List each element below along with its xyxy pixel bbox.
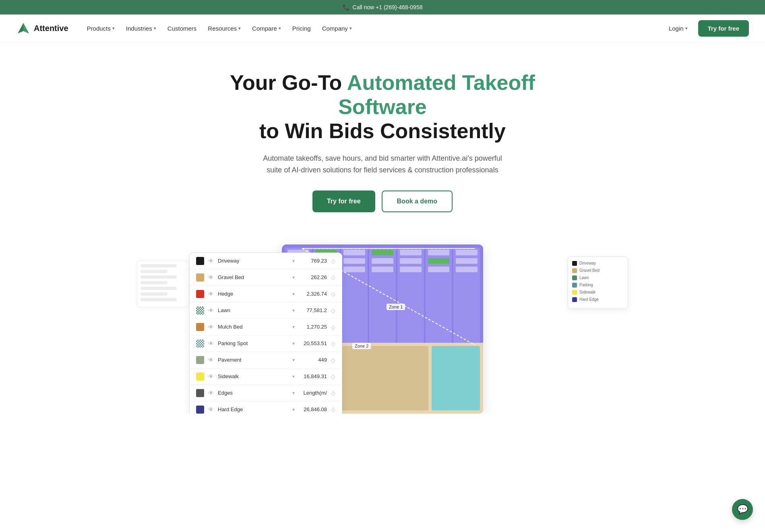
table-row: 👁 Edges ▾ Length(m/ ◇ bbox=[190, 385, 342, 402]
color-swatch bbox=[196, 373, 204, 381]
table-row: 👁 Sidewalk ▾ 16,849.31 ◇ bbox=[190, 368, 342, 385]
row-arrow-icon: ▾ bbox=[292, 407, 295, 412]
dashboard-preview: 👁 Driveway ▾ 769.23 ◇ 👁 Gravel Bed ▾ 262… bbox=[0, 232, 765, 414]
color-swatch bbox=[196, 339, 204, 348]
eye-icon[interactable]: 👁 bbox=[208, 373, 214, 380]
book-demo-button[interactable]: Book a demo bbox=[382, 190, 453, 212]
row-settings-icon[interactable]: ◇ bbox=[331, 390, 335, 396]
eye-icon[interactable]: 👁 bbox=[208, 258, 214, 264]
row-arrow-icon: ▾ bbox=[292, 341, 295, 346]
row-value: 20,553.51 bbox=[299, 340, 327, 346]
row-value: 16,849.31 bbox=[299, 373, 327, 379]
row-value: 449 bbox=[299, 357, 327, 363]
takeoff-panel: 👁 Driveway ▾ 769.23 ◇ 👁 Gravel Bed ▾ 262… bbox=[189, 253, 342, 414]
nav-industries[interactable]: Industries ▾ bbox=[121, 22, 161, 35]
row-settings-icon[interactable]: ◇ bbox=[331, 258, 335, 264]
mini-swatch bbox=[572, 290, 577, 295]
row-settings-icon[interactable]: ◇ bbox=[331, 291, 335, 297]
eye-icon[interactable]: 👁 bbox=[208, 274, 214, 281]
list-item: Hard Edge bbox=[572, 297, 624, 302]
list-item: Gravel Bed bbox=[572, 268, 624, 273]
row-name: Hard Edge bbox=[218, 406, 288, 412]
row-name: Gravel Bed bbox=[218, 274, 288, 280]
login-button[interactable]: Login ▾ bbox=[662, 22, 694, 35]
nav: Products ▾ Industries ▾ Customers Resour… bbox=[82, 22, 658, 35]
top-bar: 📞 Call now +1 (269)-468-0958 bbox=[0, 0, 765, 14]
header: Attentive Products ▾ Industries ▾ Custom… bbox=[0, 14, 765, 43]
row-name: Pavement bbox=[218, 357, 288, 363]
row-settings-icon[interactable]: ◇ bbox=[331, 307, 335, 314]
row-settings-icon[interactable]: ◇ bbox=[331, 357, 335, 363]
color-swatch bbox=[196, 257, 204, 265]
chevron-down-icon: ▾ bbox=[685, 26, 688, 31]
color-swatch bbox=[196, 290, 204, 298]
row-arrow-icon: ▾ bbox=[292, 324, 295, 330]
row-value: 2,326.74 bbox=[299, 291, 327, 297]
nav-pricing[interactable]: Pricing bbox=[287, 22, 316, 35]
row-settings-icon[interactable]: ◇ bbox=[331, 274, 335, 281]
list-item: Driveway bbox=[572, 261, 624, 266]
row-arrow-icon: ▾ bbox=[292, 357, 295, 363]
table-row: 👁 Pavement ▾ 449 ◇ bbox=[190, 352, 342, 368]
row-arrow-icon: ▾ bbox=[292, 291, 295, 297]
eye-icon[interactable]: 👁 bbox=[208, 291, 214, 297]
row-name: Driveway bbox=[218, 258, 288, 264]
mini-label: Parking bbox=[579, 283, 593, 287]
row-settings-icon[interactable]: ◇ bbox=[331, 324, 335, 330]
color-swatch bbox=[196, 306, 204, 315]
row-value: 26,846.08 bbox=[299, 406, 327, 412]
row-arrow-icon: ▾ bbox=[292, 308, 295, 313]
nav-company[interactable]: Company ▾ bbox=[317, 22, 357, 35]
row-name: Hedge bbox=[218, 291, 288, 297]
try-free-header-button[interactable]: Try for free bbox=[698, 20, 749, 37]
row-name: Sidewalk bbox=[218, 373, 288, 379]
row-name: Edges bbox=[218, 390, 288, 396]
eye-icon[interactable]: 👁 bbox=[208, 324, 214, 330]
topbar-text: Call now +1 (269)-468-0958 bbox=[353, 4, 423, 10]
eye-icon[interactable]: 👁 bbox=[208, 406, 214, 413]
row-name: Mulch Bed bbox=[218, 324, 288, 330]
row-settings-icon[interactable]: ◇ bbox=[331, 340, 335, 347]
preview-container: 👁 Driveway ▾ 769.23 ◇ 👁 Gravel Bed ▾ 262… bbox=[201, 244, 564, 414]
nav-products[interactable]: Products ▾ bbox=[82, 22, 120, 35]
table-row: 👁 Parking Spot ▾ 20,553.51 ◇ bbox=[190, 335, 342, 352]
row-settings-icon[interactable]: ◇ bbox=[331, 373, 335, 380]
row-arrow-icon: ▾ bbox=[292, 374, 295, 379]
chevron-down-icon: ▾ bbox=[349, 26, 352, 31]
row-value: 77,581.2 bbox=[299, 307, 327, 313]
nav-resources[interactable]: Resources ▾ bbox=[203, 22, 246, 35]
eye-icon[interactable]: 👁 bbox=[208, 340, 214, 347]
table-row: 👁 Mulch Bed ▾ 1,270.25 ◇ bbox=[190, 319, 342, 335]
zone1-label: Zone 1 bbox=[387, 304, 405, 310]
row-arrow-icon: ▾ bbox=[292, 258, 295, 264]
logo-text: Attentive bbox=[34, 24, 68, 33]
color-swatch bbox=[196, 356, 204, 364]
row-settings-icon[interactable]: ◇ bbox=[331, 406, 335, 413]
nav-compare[interactable]: Compare ▾ bbox=[247, 22, 286, 35]
hero-section: Your Go-To Automated Takeoff Software to… bbox=[201, 43, 564, 232]
row-value: 262.26 bbox=[299, 274, 327, 280]
mini-label: Hard Edge bbox=[579, 297, 599, 302]
nav-customers[interactable]: Customers bbox=[163, 22, 202, 35]
eye-icon[interactable]: 👁 bbox=[208, 307, 214, 314]
phone-icon: 📞 bbox=[343, 4, 349, 10]
chevron-down-icon: ▾ bbox=[154, 26, 156, 31]
table-row: 👁 Hard Edge ▾ 26,846.08 ◇ bbox=[190, 402, 342, 414]
row-value: Length(m/ bbox=[299, 390, 327, 396]
list-item: Lawn bbox=[572, 275, 624, 280]
mini-swatch bbox=[572, 268, 577, 273]
row-name: Parking Spot bbox=[218, 340, 288, 346]
right-mini-panel: Driveway Gravel Bed Lawn Parking Sidewal… bbox=[568, 257, 628, 309]
pool-area bbox=[432, 346, 480, 410]
chevron-down-icon: ▾ bbox=[238, 26, 241, 31]
chevron-down-icon: ▾ bbox=[279, 26, 281, 31]
try-free-hero-button[interactable]: Try for free bbox=[312, 190, 375, 212]
eye-icon[interactable]: 👁 bbox=[208, 357, 214, 363]
row-arrow-icon: ▾ bbox=[292, 390, 295, 396]
ghost-panel-left bbox=[137, 261, 189, 307]
hero-title: Your Go-To Automated Takeoff Software to… bbox=[209, 71, 556, 143]
table-row: 👁 Hedge ▾ 2,326.74 ◇ bbox=[190, 286, 342, 302]
mini-label: Driveway bbox=[579, 261, 596, 265]
eye-icon[interactable]: 👁 bbox=[208, 390, 214, 396]
logo[interactable]: Attentive bbox=[16, 21, 68, 36]
